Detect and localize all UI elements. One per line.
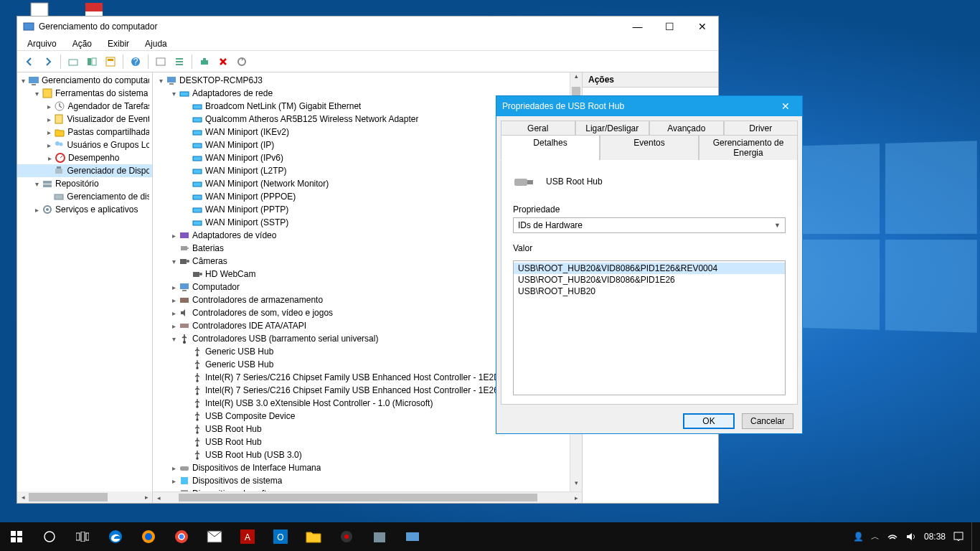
value-listbox[interactable]: USB\ROOT_HUB20&VID8086&PID1E26&REV0004US… bbox=[513, 260, 786, 395]
tree-item[interactable]: Dispositivos de Interface Humana bbox=[153, 461, 582, 474]
chevron-icon[interactable] bbox=[169, 283, 179, 291]
tab-avan-ado[interactable]: Avançado bbox=[649, 121, 724, 136]
uninstall-button[interactable] bbox=[215, 54, 231, 70]
taskbar-app-outlook[interactable]: O bbox=[264, 522, 297, 551]
tree-item[interactable]: Gerenciador de Disposit bbox=[17, 164, 152, 177]
menu-arquivo[interactable]: Arquivo bbox=[24, 38, 60, 50]
tray-volume-icon[interactable] bbox=[905, 532, 917, 542]
taskbar-app-mail[interactable] bbox=[198, 522, 231, 551]
scan-hardware-button[interactable] bbox=[197, 54, 212, 70]
mmc-titlebar[interactable]: Gerenciamento do computador — ☐ ✕ bbox=[17, 17, 718, 37]
menu-ajuda[interactable]: Ajuda bbox=[142, 38, 170, 50]
tree-item[interactable]: Usuários e Grupos Loca bbox=[17, 138, 152, 151]
tab-eventos[interactable]: Eventos bbox=[600, 135, 699, 161]
chevron-icon[interactable] bbox=[32, 90, 42, 98]
update-driver-button[interactable] bbox=[234, 54, 250, 70]
chevron-icon[interactable] bbox=[44, 103, 54, 110]
tab-ligar-desligar[interactable]: Ligar/Desligar bbox=[575, 121, 650, 136]
view-icons-button[interactable] bbox=[153, 54, 169, 70]
tree-item[interactable]: Agendador de Tarefas bbox=[17, 100, 152, 113]
tree-item[interactable]: Gerenciamento de disco bbox=[17, 190, 152, 203]
chevron-icon[interactable] bbox=[32, 206, 42, 214]
close-button[interactable]: ✕ bbox=[686, 17, 718, 37]
tree-item[interactable]: DESKTOP-RCMP6J3 bbox=[153, 74, 582, 87]
menu-exibir[interactable]: Exibir bbox=[105, 38, 132, 50]
tray-people-icon[interactable]: 👤 bbox=[853, 532, 864, 542]
chevron-icon[interactable] bbox=[44, 154, 55, 162]
dialog-close-button[interactable]: ✕ bbox=[775, 100, 796, 112]
tree-item[interactable]: Ferramentas do sistema bbox=[17, 87, 152, 100]
svg-rect-24 bbox=[57, 166, 61, 169]
taskbar-app-explorer[interactable] bbox=[297, 522, 330, 551]
left-hscroll[interactable]: ◂▸ bbox=[17, 491, 152, 503]
tab-detalhes[interactable]: Detalhes bbox=[501, 135, 600, 161]
back-button[interactable] bbox=[22, 54, 37, 70]
tree-item[interactable]: Dispositivos de sistema bbox=[153, 474, 582, 487]
menu-ação[interactable]: Ação bbox=[70, 38, 95, 50]
cancel-button[interactable]: Cancelar bbox=[742, 413, 793, 429]
chevron-icon[interactable] bbox=[169, 477, 179, 485]
chevron-icon[interactable] bbox=[44, 141, 53, 149]
ok-button[interactable]: OK bbox=[683, 413, 735, 429]
maximize-button[interactable]: ☐ bbox=[654, 17, 686, 37]
tree-item[interactable]: Repositório bbox=[17, 177, 152, 190]
dialog-titlebar[interactable]: Propriedades de USB Root Hub ✕ bbox=[496, 96, 802, 116]
chevron-icon[interactable] bbox=[44, 128, 54, 136]
chevron-icon[interactable] bbox=[169, 309, 179, 317]
view-list-button[interactable] bbox=[171, 54, 187, 70]
chevron-icon[interactable] bbox=[169, 335, 179, 343]
tree-item[interactable]: Pastas compartilhadas bbox=[17, 126, 152, 138]
minimize-button[interactable]: — bbox=[621, 17, 654, 37]
taskbar-app-firefox[interactable] bbox=[132, 522, 165, 551]
tray-notifications-icon[interactable] bbox=[953, 531, 964, 542]
tree-item[interactable]: Serviços e aplicativos bbox=[17, 203, 152, 216]
tray-clock[interactable]: 08:38 bbox=[924, 532, 946, 542]
chevron-icon[interactable] bbox=[156, 77, 166, 85]
svg-point-60 bbox=[196, 418, 198, 420]
svg-rect-43 bbox=[180, 232, 189, 238]
help-button[interactable]: ? bbox=[128, 54, 143, 70]
tree-item[interactable]: Desempenho bbox=[17, 151, 152, 164]
mmc-left-pane[interactable]: Gerenciamento do computadoFerramentas do… bbox=[17, 72, 153, 503]
taskbar-app-edge[interactable] bbox=[99, 522, 132, 551]
chevron-icon[interactable] bbox=[44, 116, 53, 123]
tab-driver[interactable]: Driver bbox=[724, 121, 798, 136]
tray-wifi-icon[interactable] bbox=[887, 532, 898, 542]
taskbar-app-mmc[interactable] bbox=[396, 522, 429, 551]
show-desktop-button[interactable] bbox=[971, 522, 976, 551]
taskbar-app-acrobat[interactable]: A bbox=[231, 522, 264, 551]
tray-chevron-up-icon[interactable]: ︿ bbox=[871, 531, 880, 543]
tree-item[interactable]: USB Root Hub bbox=[153, 435, 582, 448]
chevron-icon[interactable] bbox=[169, 322, 179, 330]
forward-button[interactable] bbox=[40, 54, 56, 70]
mmc-toolbar: ? bbox=[17, 51, 718, 72]
tree-item[interactable]: Gerenciamento do computado bbox=[17, 74, 152, 87]
chevron-icon[interactable] bbox=[169, 232, 179, 240]
taskbar-app-chrome[interactable] bbox=[165, 522, 198, 551]
taskbar-app-6[interactable] bbox=[363, 522, 396, 551]
hardware-id-item[interactable]: USB\ROOT_HUB20&VID8086&PID1E26 bbox=[514, 274, 785, 286]
taskbar-app-5[interactable] bbox=[330, 522, 363, 551]
properties-button[interactable] bbox=[103, 54, 118, 70]
chevron-icon[interactable] bbox=[19, 77, 28, 85]
mid-hscroll[interactable]: ◂▸ bbox=[153, 491, 582, 503]
tree-item[interactable]: Visualizador de Eventos bbox=[17, 113, 152, 126]
bat-icon bbox=[179, 242, 190, 254]
tree-item[interactable]: USB Root Hub (USB 3.0) bbox=[153, 448, 582, 461]
chevron-icon[interactable] bbox=[169, 90, 179, 98]
property-combo[interactable]: IDs de Hardware ▼ bbox=[513, 217, 786, 233]
tab-geral[interactable]: Geral bbox=[501, 121, 575, 136]
hardware-id-item[interactable]: USB\ROOT_HUB20 bbox=[514, 286, 785, 297]
devmgr-icon bbox=[53, 165, 65, 176]
chevron-icon[interactable] bbox=[169, 258, 179, 265]
up-button[interactable] bbox=[65, 54, 81, 70]
chevron-icon[interactable] bbox=[169, 464, 179, 472]
tab-gerenciamento-de-energia[interactable]: Gerenciamento de Energia bbox=[699, 135, 798, 161]
cortana-button[interactable] bbox=[33, 522, 66, 551]
hardware-id-item[interactable]: USB\ROOT_HUB20&VID8086&PID1E26&REV0004 bbox=[514, 263, 785, 274]
chevron-icon[interactable] bbox=[169, 296, 179, 304]
show-hide-tree-button[interactable] bbox=[84, 54, 100, 70]
taskview-button[interactable] bbox=[66, 522, 99, 551]
start-button[interactable] bbox=[0, 522, 33, 551]
chevron-icon[interactable] bbox=[32, 180, 42, 188]
